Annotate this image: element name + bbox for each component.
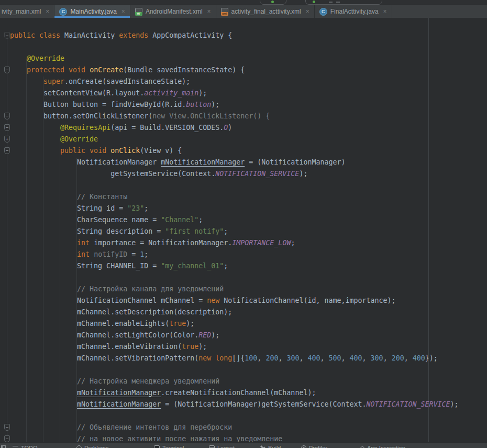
toolwindow-button-build[interactable]: Build [260, 445, 281, 448]
code-line[interactable]: Button button = findViewById(R.id.button… [0, 99, 487, 111]
code-line[interactable] [0, 410, 487, 422]
close-icon[interactable]: × [207, 8, 211, 15]
toolwindow-button-app-inspection[interactable]: App Inspection [360, 445, 405, 448]
toolbar-strip [0, 0, 487, 5]
code-line[interactable]: public void onClick(View v) { [0, 145, 487, 157]
code-line[interactable]: @Override [0, 134, 487, 145]
ide-window: ivity_main.xml×CMainActivity.java×MFAndr… [0, 0, 487, 448]
code-line[interactable]: NotificationChannel mChannel = new Notif… [0, 295, 487, 307]
tab-label: FinalActtivity.java [330, 8, 379, 15]
close-icon[interactable]: × [46, 8, 49, 15]
code-line[interactable] [0, 364, 487, 376]
code-line[interactable]: // Константы [0, 191, 487, 203]
code-lines[interactable]: public class MainActivity extends AppCom… [0, 30, 487, 445]
todo-icon [13, 446, 18, 448]
code-line[interactable]: String id = "23"; [0, 203, 487, 214]
code-line[interactable]: String CHANNEL_ID = "my_channel_01"; [0, 260, 487, 272]
toolwindow-button-label: App Inspection [367, 445, 405, 448]
toolwindow-button-problems[interactable]: Problems [76, 445, 108, 448]
green-status-dot-icon [313, 1, 315, 3]
logcat-icon [209, 445, 215, 448]
toolbar-dash-icon [329, 2, 333, 3]
fold-marker[interactable]: − [4, 67, 10, 73]
java-class-icon: C [59, 8, 67, 16]
tool-window-bar: TODOProblemsTerminalLogcatBuildProfilerA… [0, 442, 487, 448]
code-line[interactable]: setContentView(R.layout.activity_main); [0, 88, 487, 99]
problems-icon [76, 445, 82, 448]
java-class-icon: C [319, 8, 327, 16]
fold-marker[interactable]: − [4, 424, 10, 431]
profiler-icon [301, 445, 306, 448]
toolwindow-button-terminal[interactable]: Terminal [154, 445, 184, 448]
code-line[interactable]: public class MainActivity extends AppCom… [0, 30, 487, 41]
toolwindow-button-label: Build [268, 445, 281, 448]
code-line[interactable]: mChannel.setVibrationPattern(new long[]{… [0, 353, 487, 364]
green-status-dot-icon [271, 1, 274, 3]
manifest-file-icon: MF [135, 8, 142, 16]
icon-letter: C [62, 9, 65, 14]
code-line[interactable]: getSystemService(Context.NOTIFICATION_SE… [0, 168, 487, 180]
code-line[interactable]: protected void onCreate(Bundle savedInst… [0, 64, 487, 76]
icon-band: xml [221, 12, 228, 16]
fold-marker[interactable]: − [4, 435, 10, 442]
fold-marker[interactable]: + [4, 136, 10, 143]
toolwindow-button-todo[interactable]: TODO [13, 445, 38, 448]
toolbar-dash-icon [336, 2, 340, 3]
code-line[interactable]: @RequiresApi(api = Build.VERSION_CODES.O… [0, 122, 487, 134]
device-toolbar-pill[interactable] [305, 0, 382, 5]
toolwindow-button-label: Problems [84, 445, 108, 448]
code-line[interactable]: // Настройка канала для уведомлений [0, 283, 487, 295]
layout-xml-file-icon: xml [221, 8, 228, 16]
toolwindow-button-logcat[interactable]: Logcat [209, 445, 235, 448]
code-line[interactable]: // Настройка менеджера уведомлений [0, 376, 487, 387]
tab-label: AndroidManifest.xml [146, 8, 203, 15]
toolwindow-button-profiler[interactable]: Profiler [301, 445, 327, 448]
icon-letter: C [322, 9, 325, 14]
tab-label: ivity_main.xml [2, 8, 41, 15]
fold-marker[interactable]: − [4, 147, 10, 154]
code-line[interactable]: mChannel.setDescription(description); [0, 307, 487, 318]
tab-mainactivity-java[interactable]: CMainActivity.java× [54, 5, 130, 18]
code-line[interactable]: mChannel.enableLights(true); [0, 318, 487, 330]
fold-marker[interactable]: − [4, 113, 10, 119]
close-icon[interactable]: × [383, 8, 387, 15]
code-line[interactable]: String description = "first notify"; [0, 226, 487, 237]
tool-window-toggle-icon[interactable] [1, 445, 6, 448]
code-line[interactable] [0, 41, 487, 53]
toolwindow-button-label: TODO [21, 445, 38, 448]
code-line[interactable]: int notifyID = 1; [0, 249, 487, 260]
editor-tab-bar: ivity_main.xml×CMainActivity.java×MFAndr… [0, 5, 487, 18]
close-icon[interactable]: × [306, 8, 309, 15]
toolwindow-button-label: Logcat [217, 445, 235, 448]
code-line[interactable]: super.onCreate(savedInstanceState); [0, 76, 487, 88]
fold-marker[interactable]: − [4, 124, 10, 131]
tab-finalacttivity-java[interactable]: CFinalActtivity.java× [315, 5, 392, 18]
tab-label: MainActivity.java [70, 8, 116, 15]
code-line[interactable] [0, 272, 487, 283]
code-line[interactable]: int importance = NotificationManager.IMP… [0, 237, 487, 249]
close-icon[interactable]: × [121, 8, 125, 15]
tab-activity-final-acttivity-xml[interactable]: xmlactivity_final_acttivity.xml× [216, 5, 315, 18]
run-toolbar-pill[interactable] [260, 0, 286, 5]
code-line[interactable]: button.setOnClickListener(new View.OnCli… [0, 111, 487, 122]
build-icon [260, 445, 265, 448]
code-line[interactable] [0, 180, 487, 191]
toolwindow-button-label: Profiler [309, 445, 327, 448]
code-line[interactable]: mNotificationManager.createNotificationC… [0, 387, 487, 399]
icon-band: MF [135, 12, 142, 16]
code-line[interactable]: CharSequence name = "Channel"; [0, 214, 487, 226]
code-line[interactable]: mChannel.enableVibration(true); [0, 341, 487, 353]
terminal-icon [154, 445, 160, 448]
app-inspection-icon [360, 446, 364, 448]
code-line[interactable]: mChannel.setLightColor(Color.RED); [0, 330, 487, 341]
fold-marker[interactable]: − [4, 32, 10, 39]
tab-androidmanifest-xml[interactable]: MFAndroidManifest.xml× [130, 5, 216, 18]
code-line[interactable]: mNotificationManager = (NotificationMana… [0, 399, 487, 410]
code-line[interactable]: @Override [0, 53, 487, 64]
code-line[interactable]: NotificationManager mNotificationManager… [0, 157, 487, 168]
toolwindow-button-label: Terminal [162, 445, 184, 448]
tab-activity-main-xml[interactable]: ivity_main.xml× [0, 5, 54, 18]
code-line[interactable]: // Обьявление интентов для переброски [0, 422, 487, 433]
tab-label: activity_final_acttivity.xml [231, 8, 301, 15]
